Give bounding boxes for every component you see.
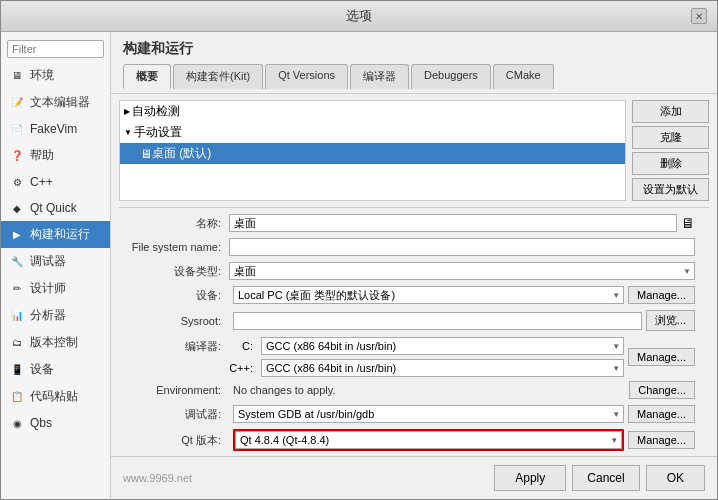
devices-icon: 📱 <box>9 362 25 378</box>
compiler-manage-button[interactable]: Manage... <box>628 348 695 366</box>
sidebar: 🖥 环境 📝 文本编辑器 📄 FakeVim ❓ 帮助 ⚙ C++ ◆ Qt <box>1 32 111 499</box>
device-row: 设备: Local PC (桌面 类型的默认设备) Manage... <box>119 286 695 304</box>
debugger-label: 调试器: <box>119 407 229 422</box>
compiler-label: 编译器: <box>119 337 229 377</box>
filesystem-label: File system name: <box>119 241 229 253</box>
apply-button[interactable]: Apply <box>494 465 566 491</box>
sysroot-label: Sysroot: <box>119 315 229 327</box>
sidebar-label-qt-quick: Qt Quick <box>30 201 77 215</box>
sidebar-item-vcs[interactable]: 🗂 版本控制 <box>1 329 110 356</box>
sidebar-label-vcs: 版本控制 <box>30 334 78 351</box>
set-default-button[interactable]: 设置为默认 <box>632 178 709 201</box>
panel-title: 构建和运行 <box>123 40 705 58</box>
qt-version-manage-button[interactable]: Manage... <box>628 431 695 449</box>
tab-cmake[interactable]: CMake <box>493 64 554 89</box>
compiler-fields: C: GCC (x86 64bit in /usr/bin) <box>229 337 624 377</box>
sidebar-label-code-paste: 代码粘贴 <box>30 388 78 405</box>
sidebar-item-cpp[interactable]: ⚙ C++ <box>1 169 110 195</box>
panel-body-inner: ▶ 自动检测 ▼ 手动设置 🖥 桌面 (默认) <box>119 100 709 456</box>
sidebar-label-qbs: Qbs <box>30 416 52 430</box>
panel-header: 构建和运行 概要 构建套件(Kit) Qt Versions 编译器 Debug… <box>111 32 717 94</box>
filesystem-row: File system name: <box>119 238 695 256</box>
device-select[interactable]: Local PC (桌面 类型的默认设备) <box>233 286 624 304</box>
debugger-select[interactable]: System GDB at /usr/bin/gdb <box>233 405 624 423</box>
tab-kits[interactable]: 构建套件(Kit) <box>173 64 263 89</box>
sidebar-item-qt-quick[interactable]: ◆ Qt Quick <box>1 195 110 221</box>
tab-qt-versions[interactable]: Qt Versions <box>265 64 348 89</box>
clone-button[interactable]: 克隆 <box>632 126 709 149</box>
sidebar-label-help: 帮助 <box>30 147 54 164</box>
tree-arrow-down-icon: ▼ <box>124 128 132 137</box>
panel-body: ▶ 自动检测 ▼ 手动设置 🖥 桌面 (默认) <box>111 94 717 456</box>
device-type-row: 设备类型: 桌面 <box>119 262 695 280</box>
text-editor-icon: 📝 <box>9 95 25 111</box>
tab-debuggers[interactable]: Debuggers <box>411 64 491 89</box>
qt-version-highlight-wrapper: Qt 4.8.4 (Qt-4.8.4) <box>233 429 624 451</box>
compiler-section: 编译器: C: GCC (x86 64bit in /usr/bin) <box>119 337 695 377</box>
tree-desktop-item[interactable]: 🖥 桌面 (默认) <box>120 143 625 164</box>
device-label: 设备: <box>119 288 229 303</box>
qt-version-select[interactable]: Qt 4.8.4 (Qt-4.8.4) <box>235 431 622 449</box>
tab-overview[interactable]: 概要 <box>123 64 171 89</box>
sidebar-item-qbs[interactable]: ◉ Qbs <box>1 410 110 436</box>
sysroot-input[interactable] <box>233 312 642 330</box>
fakevim-icon: 📄 <box>9 121 25 137</box>
tab-compilers[interactable]: 编译器 <box>350 64 409 89</box>
compiler-c-select[interactable]: GCC (x86 64bit in /usr/bin) <box>261 337 624 355</box>
device-manage-button[interactable]: Manage... <box>628 286 695 304</box>
debugger-manage-button[interactable]: Manage... <box>628 405 695 423</box>
debugger-row: 调试器: System GDB at /usr/bin/gdb Manage..… <box>119 405 695 423</box>
tree-desktop-label: 桌面 (默认) <box>152 145 211 162</box>
device-type-select-wrapper: 桌面 <box>229 262 695 280</box>
content-area: 🖥 环境 📝 文本编辑器 📄 FakeVim ❓ 帮助 ⚙ C++ ◆ Qt <box>1 32 717 499</box>
environment-icon: 🖥 <box>9 68 25 84</box>
tree-auto-detect[interactable]: ▶ 自动检测 <box>120 101 625 122</box>
sidebar-item-build-run[interactable]: ▶ 构建和运行 <box>1 221 110 248</box>
device-type-select[interactable]: 桌面 <box>229 262 695 280</box>
sidebar-item-help[interactable]: ❓ 帮助 <box>1 142 110 169</box>
sidebar-item-fakevim[interactable]: 📄 FakeVim <box>1 116 110 142</box>
tabs-bar: 概要 构建套件(Kit) Qt Versions 编译器 Debuggers C… <box>123 64 705 89</box>
qt-version-select-wrapper: Qt 4.8.4 (Qt-4.8.4) <box>235 431 622 449</box>
name-input[interactable] <box>229 214 677 232</box>
sidebar-label-environment: 环境 <box>30 67 54 84</box>
tree-manual-label: 手动设置 <box>134 124 182 141</box>
close-button[interactable]: ✕ <box>691 8 707 24</box>
add-button[interactable]: 添加 <box>632 100 709 123</box>
compiler-cpp-select[interactable]: GCC (x86 64bit in /usr/bin) <box>261 359 624 377</box>
environment-change-button[interactable]: Change... <box>629 381 695 399</box>
bottom-buttons: Apply Cancel OK <box>494 465 705 491</box>
qbs-icon: ◉ <box>9 415 25 431</box>
main-panel: 构建和运行 概要 构建套件(Kit) Qt Versions 编译器 Debug… <box>111 32 717 499</box>
ok-button[interactable]: OK <box>646 465 705 491</box>
monitor-icon: 🖥 <box>681 215 695 231</box>
divider <box>119 207 709 208</box>
tree-manual[interactable]: ▼ 手动设置 <box>120 122 625 143</box>
title-bar: 选项 ✕ <box>1 1 717 32</box>
sidebar-label-fakevim: FakeVim <box>30 122 77 136</box>
cancel-button[interactable]: Cancel <box>572 465 639 491</box>
filter-box <box>1 36 110 62</box>
sidebar-item-analyzer[interactable]: 📊 分析器 <box>1 302 110 329</box>
name-row: 名称: 🖥 <box>119 214 695 232</box>
sidebar-label-cpp: C++ <box>30 175 53 189</box>
device-type-label: 设备类型: <box>119 264 229 279</box>
debugger-select-wrapper: System GDB at /usr/bin/gdb <box>233 405 624 423</box>
sidebar-item-environment[interactable]: 🖥 环境 <box>1 62 110 89</box>
filter-input[interactable] <box>7 40 104 58</box>
compiler-c-type: C: <box>229 340 257 352</box>
sidebar-item-designer[interactable]: ✏ 设计师 <box>1 275 110 302</box>
name-field-group: 🖥 <box>229 214 695 232</box>
sidebar-item-debugger[interactable]: 🔧 调试器 <box>1 248 110 275</box>
compiler-c-select-wrapper: GCC (x86 64bit in /usr/bin) <box>261 337 624 355</box>
sysroot-row: Sysroot: 浏览... <box>119 310 695 331</box>
sidebar-item-text-editor[interactable]: 📝 文本编辑器 <box>1 89 110 116</box>
analyzer-icon: 📊 <box>9 308 25 324</box>
qt-version-label: Qt 版本: <box>119 433 229 448</box>
sysroot-browse-button[interactable]: 浏览... <box>646 310 695 331</box>
sidebar-item-devices[interactable]: 📱 设备 <box>1 356 110 383</box>
sidebar-item-code-paste[interactable]: 📋 代码粘贴 <box>1 383 110 410</box>
filesystem-input[interactable] <box>229 238 695 256</box>
remove-button[interactable]: 删除 <box>632 152 709 175</box>
designer-icon: ✏ <box>9 281 25 297</box>
